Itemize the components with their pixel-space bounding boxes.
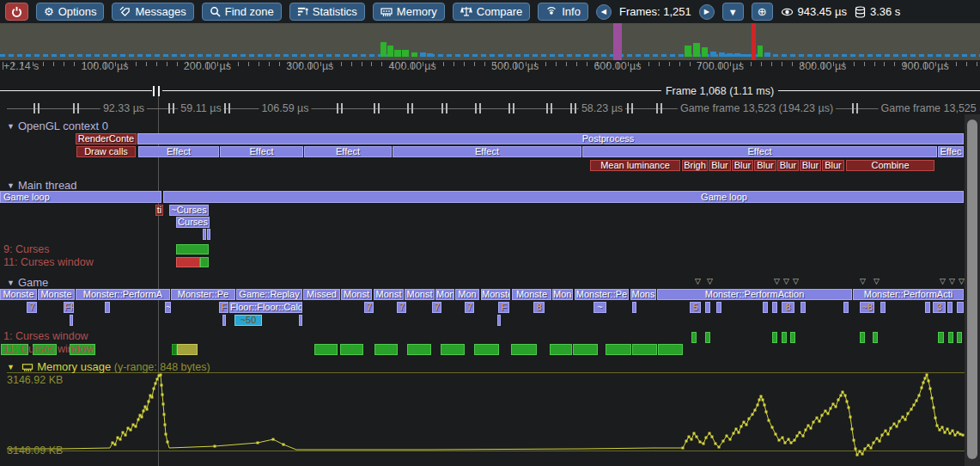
lock-event-bar[interactable] <box>176 257 200 267</box>
game-frame-mark[interactable] <box>513 103 514 113</box>
zone[interactable]: F <box>498 302 509 313</box>
zone[interactable]: Monster::PerformActi <box>853 289 964 300</box>
zone[interactable] <box>70 315 73 326</box>
zone[interactable]: ti <box>155 205 163 216</box>
lock-event-bar[interactable] <box>632 344 657 355</box>
lock-event-bar[interactable] <box>873 332 878 343</box>
zone[interactable]: Blur <box>822 160 844 171</box>
zone[interactable]: Blur <box>800 160 821 171</box>
zone[interactable]: Monster::PerformAction <box>657 289 852 300</box>
game-frame-mark[interactable] <box>38 103 40 113</box>
game-frame-label[interactable]: Game frame 13,525 ( <box>879 102 980 114</box>
lock-event-bar[interactable] <box>606 344 631 355</box>
zone[interactable]: F <box>219 302 228 313</box>
message-marker-icon[interactable]: ▽ <box>949 278 955 285</box>
zone[interactable] <box>207 229 210 240</box>
zone[interactable]: Floor::Floor::Calc <box>229 302 302 313</box>
lock-event-bar[interactable] <box>705 332 710 343</box>
message-marker-icon[interactable]: ▽ <box>707 278 713 285</box>
zone[interactable]: 7 <box>397 302 406 313</box>
frame-label[interactable]: Frame 1,068 (1.11 ms) <box>661 85 778 97</box>
game-frame-mark[interactable] <box>631 103 633 113</box>
zone[interactable]: Effec <box>938 146 964 157</box>
zone[interactable]: Monst <box>341 289 372 300</box>
zone[interactable]: Monst <box>374 289 404 300</box>
zone[interactable]: ~ <box>593 302 606 313</box>
lock-event-bar[interactable] <box>948 332 953 343</box>
game-frame-mark[interactable] <box>341 103 343 113</box>
zone[interactable]: Monste <box>0 289 37 300</box>
game-frame-label[interactable]: 58.23 µs <box>579 102 625 114</box>
zone[interactable]: ~Curses <box>169 205 209 216</box>
zone[interactable] <box>843 302 849 313</box>
zone[interactable] <box>137 133 964 144</box>
lock-event-bar[interactable] <box>772 332 777 343</box>
game-frame-label[interactable]: 92.33 µs <box>100 102 147 114</box>
zone[interactable]: Monst <box>405 289 435 300</box>
zone[interactable]: 7 <box>465 302 474 313</box>
message-marker-icon[interactable]: ▽ <box>940 278 946 285</box>
zone[interactable]: 8 <box>782 302 794 313</box>
zone[interactable]: Blur <box>709 160 731 171</box>
game-frame-mark[interactable] <box>407 103 409 113</box>
lock-event-bar[interactable] <box>176 244 209 254</box>
zone[interactable]: ~ <box>165 302 171 313</box>
zone[interactable]: ~50 <box>234 315 262 326</box>
game-frame-mark[interactable] <box>378 103 380 113</box>
zone[interactable]: Monster::PerformA <box>76 289 170 300</box>
game-frame-label[interactable]: 59.11 µs <box>178 102 223 114</box>
lock-event-bar[interactable] <box>691 332 697 343</box>
game-frame-mark[interactable] <box>411 103 413 113</box>
message-marker-icon[interactable]: ▽ <box>695 278 701 285</box>
zone[interactable]: 8 <box>533 302 545 313</box>
zone[interactable]: 7 <box>27 302 37 313</box>
game-frame-mark[interactable] <box>73 103 75 113</box>
zone[interactable]: 3 <box>933 302 946 313</box>
zone[interactable] <box>632 302 636 313</box>
game-frame-mark[interactable] <box>374 103 375 113</box>
game-frame-mark[interactable] <box>475 103 477 113</box>
zone[interactable]: Game::Replay <box>236 289 302 300</box>
zone[interactable]: Mean luminance <box>590 160 680 171</box>
game-frame-mark[interactable] <box>852 103 854 113</box>
zone[interactable] <box>880 302 886 313</box>
game-frame-mark[interactable] <box>33 103 35 113</box>
message-marker-icon[interactable]: ▽ <box>774 278 780 285</box>
zone[interactable] <box>716 302 721 313</box>
zone[interactable]: Monste <box>38 289 75 300</box>
lock-event-bar[interactable] <box>550 344 572 355</box>
game-frame-mark[interactable] <box>479 103 481 113</box>
lock-event-bar[interactable] <box>340 344 363 355</box>
zone[interactable]: RenderConte <box>76 133 137 144</box>
zone[interactable]: Effect <box>220 146 303 157</box>
zone[interactable] <box>957 302 964 313</box>
zone[interactable]: Blur <box>732 160 753 171</box>
game-frame-mark[interactable] <box>570 103 572 113</box>
zone[interactable]: Mon <box>455 289 479 300</box>
zone[interactable]: Monster::Pe <box>575 289 629 300</box>
game-frame-label[interactable]: 106.59 µs <box>259 102 311 114</box>
game-frame-mark[interactable] <box>168 103 170 113</box>
lock-event-bar[interactable] <box>860 332 865 343</box>
zone[interactable] <box>203 229 206 240</box>
zone[interactable] <box>772 302 777 313</box>
message-marker-icon[interactable]: ▽ <box>959 278 965 285</box>
zone[interactable] <box>222 315 226 326</box>
lock-event-bar[interactable] <box>573 344 598 355</box>
zone[interactable]: Monste <box>512 289 551 300</box>
game-frame-mark[interactable] <box>508 103 510 113</box>
game-frame-mark[interactable] <box>627 103 629 113</box>
lock-event-bar[interactable] <box>782 332 787 343</box>
zone[interactable]: Game loop <box>0 191 161 203</box>
game-frame-label[interactable]: Game frame 13,523 (194.23 µs) <box>678 102 836 114</box>
zone[interactable] <box>947 302 953 313</box>
lock-event-bar[interactable] <box>407 344 431 355</box>
section-header-opengl-context-0[interactable]: ▼OpenGL context 0 <box>7 120 108 132</box>
zone[interactable]: 5 <box>690 302 701 313</box>
zone[interactable]: FF <box>64 302 74 313</box>
zone[interactable] <box>105 302 110 313</box>
lock-event-bar[interactable] <box>314 344 338 355</box>
lock-event-bar[interactable] <box>374 344 398 355</box>
zone[interactable]: Monste <box>481 289 510 300</box>
zone[interactable]: Effect <box>582 146 937 157</box>
